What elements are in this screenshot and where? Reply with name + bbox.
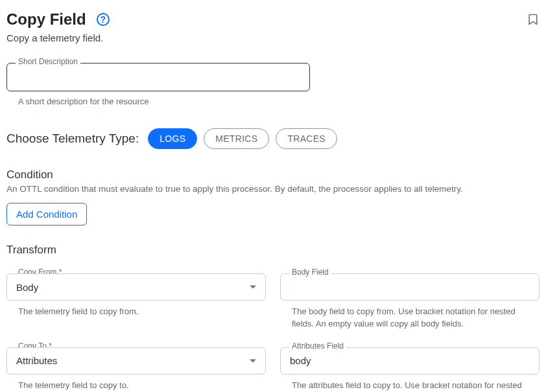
attributes-field-helper: The attributes field to copy to. Use bra… — [292, 380, 540, 392]
copy-from-helper: The telemetry field to copy from. — [18, 306, 266, 318]
telemetry-pill-traces[interactable]: TRACES — [276, 128, 337, 149]
body-field-wrap: Body Field — [280, 273, 540, 301]
telemetry-type-row: Choose Telemetry Type: LOGS METRICS TRAC… — [6, 128, 540, 149]
short-description-label: Short Description — [16, 57, 80, 66]
title-group: Copy Field ? — [6, 10, 110, 29]
page-title: Copy Field — [6, 10, 86, 29]
copy-to-helper: The telemetry field to copy to. — [18, 380, 266, 392]
transform-title: Transform — [6, 244, 540, 257]
short-description-input[interactable] — [6, 63, 310, 91]
subtitle: Copy a telemetry field. — [6, 32, 540, 43]
attributes-field-wrap: Attributes Field — [280, 347, 540, 375]
transform-grid: Copy From * Body The telemetry field to … — [6, 257, 540, 392]
add-condition-button[interactable]: Add Condition — [6, 203, 87, 225]
condition-desc: An OTTL condition that must evaluate to … — [6, 184, 540, 194]
body-field-label: Body Field — [289, 268, 331, 277]
attributes-field-input[interactable] — [280, 347, 540, 375]
copy-to-value: Attributes — [16, 355, 57, 366]
chevron-down-icon — [250, 359, 256, 362]
help-icon[interactable]: ? — [97, 13, 110, 26]
header: Copy Field ? — [6, 10, 540, 29]
attributes-field-label: Attributes Field — [289, 341, 346, 351]
copy-to-field: Copy To * Attributes — [6, 347, 266, 375]
body-field-helper: The body field to copy from. Use bracket… — [292, 306, 540, 330]
copy-to-select[interactable]: Attributes — [6, 347, 266, 375]
condition-section: Condition An OTTL condition that must ev… — [6, 168, 540, 225]
telemetry-pill-metrics[interactable]: METRICS — [204, 128, 269, 149]
short-description-helper: A short description for the resource — [18, 97, 540, 106]
bookmark-icon[interactable] — [527, 13, 540, 26]
telemetry-label: Choose Telemetry Type: — [6, 132, 139, 146]
telemetry-pill-logs[interactable]: LOGS — [148, 128, 197, 149]
telemetry-pill-group: LOGS METRICS TRACES — [148, 128, 337, 149]
chevron-down-icon — [250, 286, 256, 289]
copy-from-select[interactable]: Body — [6, 273, 266, 301]
copy-from-field: Copy From * Body — [6, 273, 266, 301]
body-field-input[interactable] — [280, 273, 540, 301]
condition-title: Condition — [6, 168, 540, 181]
short-description-field: Short Description — [6, 63, 310, 91]
copy-from-value: Body — [16, 282, 38, 293]
